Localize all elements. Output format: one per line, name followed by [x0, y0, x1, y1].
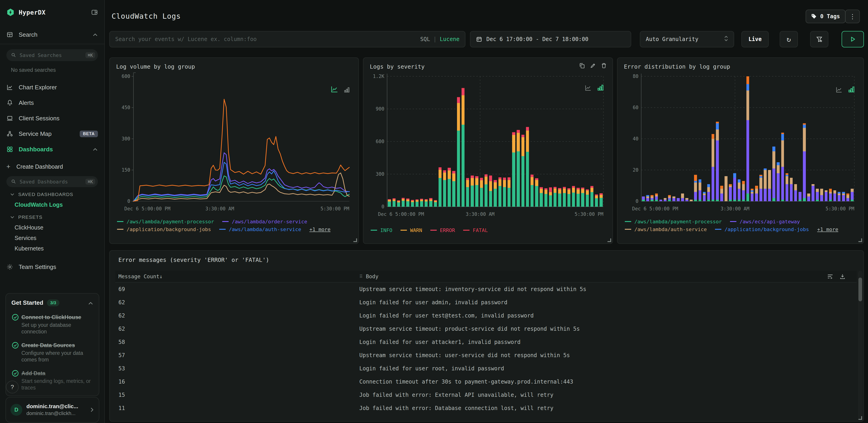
bar-segment [429, 201, 432, 207]
filter-button[interactable] [810, 31, 828, 48]
kebab-icon: ⋮ [849, 13, 856, 20]
table-row[interactable]: 62Login failed for user test@test.com, i… [115, 309, 857, 322]
column-header-body[interactable]: ⠿ Body [359, 274, 378, 279]
legend-item[interactable]: /aws/lambda/payment-processor [625, 219, 722, 225]
event-search-input[interactable] [115, 36, 415, 43]
download-icon[interactable] [839, 273, 846, 280]
dashboard-menu-button[interactable]: ⋮ [845, 9, 860, 23]
bar-segment [599, 195, 602, 198]
legend-item[interactable]: /aws/lambda/order-service [222, 219, 307, 225]
bar-chart-toggle-icon[interactable] [343, 86, 350, 95]
sidebar-item-kubernetes[interactable]: Kubernetes [0, 243, 104, 254]
column-header-message-count[interactable]: Message Count ↓ [118, 274, 162, 279]
table-row[interactable]: 58Login failed for user attacker1, inval… [115, 336, 857, 349]
legend-more-link[interactable]: +1 more [309, 227, 331, 232]
edit-panel-icon[interactable] [590, 62, 596, 69]
sidebar-item-service-map[interactable]: Service Map BETA [0, 126, 104, 142]
legend-item[interactable]: /application/background-jobs [117, 227, 211, 232]
sidebar-item-team-settings[interactable]: Team Settings [0, 259, 104, 275]
bar-segment [388, 199, 391, 200]
saved-dashboards-input[interactable]: ⌘K [6, 176, 98, 187]
table-row[interactable]: 16Connection timeout after 30s to paymen… [115, 375, 857, 388]
chevron-up-icon[interactable] [88, 299, 93, 307]
date-range-button[interactable]: Dec 6 17:00:00 - Dec 7 18:00:00 [470, 31, 631, 48]
line-chart-toggle-icon[interactable] [585, 85, 592, 93]
bar-segment [452, 171, 455, 171]
bar-segment [485, 175, 488, 177]
bar-segment [599, 193, 602, 194]
bar-chart-toggle-icon[interactable] [596, 84, 604, 93]
duplicate-panel-icon[interactable] [579, 62, 585, 69]
sql-option[interactable]: SQL [420, 36, 430, 43]
user-email: dominic.tran@clickh... [26, 411, 90, 416]
legend-label: WARN [410, 227, 422, 233]
task-add-data[interactable]: Add Data Start sending logs, metrics, or… [11, 369, 93, 391]
query-language-toggle[interactable]: SQL | Lucene [420, 36, 460, 43]
delete-panel-icon[interactable] [601, 62, 607, 69]
bar-chart-toggle-icon[interactable] [847, 85, 855, 95]
sidebar-item-label: Service Map [19, 130, 52, 137]
sidebar-item-client-sessions[interactable]: Client Sessions [0, 111, 104, 126]
task-create-data-sources[interactable]: Create Data Sources Configure where your… [11, 340, 93, 363]
bar-segment [586, 190, 589, 191]
create-dashboard-button[interactable]: + Create Dashboard [0, 160, 104, 173]
table-row[interactable]: 69Upstream service timeout: inventory-se… [115, 283, 857, 296]
legend-item[interactable]: /aws/lambda/payment-processor [117, 219, 214, 225]
sidebar-item-search[interactable]: Search [0, 26, 104, 43]
refresh-button[interactable]: ↻ [780, 31, 798, 48]
run-query-button[interactable] [842, 31, 864, 48]
legend-item[interactable]: FATAL [463, 227, 488, 233]
bar-segment [642, 196, 645, 200]
sidebar-item-clickhouse[interactable]: ClickHouse [0, 222, 104, 233]
saved-searches-field[interactable] [20, 52, 85, 58]
legend-label: INFO [380, 227, 392, 233]
line-chart-toggle-icon[interactable] [331, 85, 338, 95]
user-menu[interactable]: D dominic.tran@clic... dominic.tran@clic… [5, 397, 99, 423]
saved-dashboards-section-header[interactable]: SAVED DASHBOARDS [0, 189, 104, 199]
live-button[interactable]: Live [741, 31, 769, 48]
legend-item[interactable]: ERROR [430, 227, 455, 233]
table-row[interactable]: 62Upstream service timeout: product-serv… [115, 322, 857, 336]
bar-segment [586, 189, 589, 190]
presets-section-header[interactable]: PRESETS [0, 212, 104, 222]
table-row[interactable]: 57Upstream service timeout: user-service… [115, 349, 857, 362]
table-row[interactable]: 62Login failed for user admin, invalid p… [115, 296, 857, 309]
help-button[interactable]: ? [6, 380, 19, 393]
collapse-sidebar-button[interactable] [91, 9, 98, 16]
drag-handle-icon[interactable]: ⠿ [359, 274, 363, 279]
task-connect-clickhouse[interactable]: Connect to ClickHouse Set up your databa… [11, 312, 93, 335]
saved-dashboards-field[interactable] [20, 179, 85, 185]
bar-segment [755, 186, 758, 189]
legend-item[interactable]: /aws/lambda/auth-service [625, 227, 707, 232]
legend-item[interactable]: INFO [371, 227, 392, 233]
bar-segment [457, 103, 460, 131]
event-search-box[interactable]: SQL | Lucene [109, 31, 465, 48]
saved-searches-input[interactable]: ⌘K [6, 49, 98, 61]
sidebar-item-alerts[interactable]: Alerts [0, 95, 104, 111]
lucene-option[interactable]: Lucene [440, 36, 460, 43]
sidebar-item-dashboards[interactable]: Dashboards [0, 142, 104, 157]
bar-segment [764, 168, 767, 170]
wrap-text-icon[interactable] [827, 273, 833, 280]
legend-item[interactable]: WARN [401, 227, 422, 233]
legend-more-link[interactable]: +1 more [817, 227, 838, 232]
sidebar-item-cloudwatch-logs[interactable]: CloudWatch Logs [0, 199, 104, 210]
saved-dashboards-panel: ⌘K [0, 173, 104, 187]
legend-label: /aws/lambda/payment-processor [634, 219, 722, 225]
legend-item[interactable]: /aws/lambda/auth-service [219, 227, 301, 232]
table-row[interactable]: 53Login failed for user root, invalid pa… [115, 362, 857, 375]
sidebar-item-chart-explorer[interactable]: Chart Explorer [0, 80, 104, 95]
bar-segment [498, 186, 501, 207]
line-chart-toggle-icon[interactable] [836, 86, 842, 95]
granularity-select[interactable]: Auto Granularity [640, 31, 734, 48]
scrollbar-thumb[interactable] [859, 278, 862, 301]
legend-item[interactable]: /aws/ecs/api-gateway [730, 219, 800, 225]
bar-segment [489, 191, 492, 207]
table-row[interactable]: 11Job failed with error: Database connec… [115, 401, 857, 415]
bar-segment [651, 195, 653, 197]
tags-button[interactable]: 0 Tags [806, 9, 845, 23]
sidebar-item-services[interactable]: Services [0, 233, 104, 243]
legend-item[interactable]: /application/background-jobs [715, 227, 809, 232]
table-row[interactable]: 15Job failed with error: External API un… [115, 388, 857, 401]
bar-segment [393, 201, 396, 207]
